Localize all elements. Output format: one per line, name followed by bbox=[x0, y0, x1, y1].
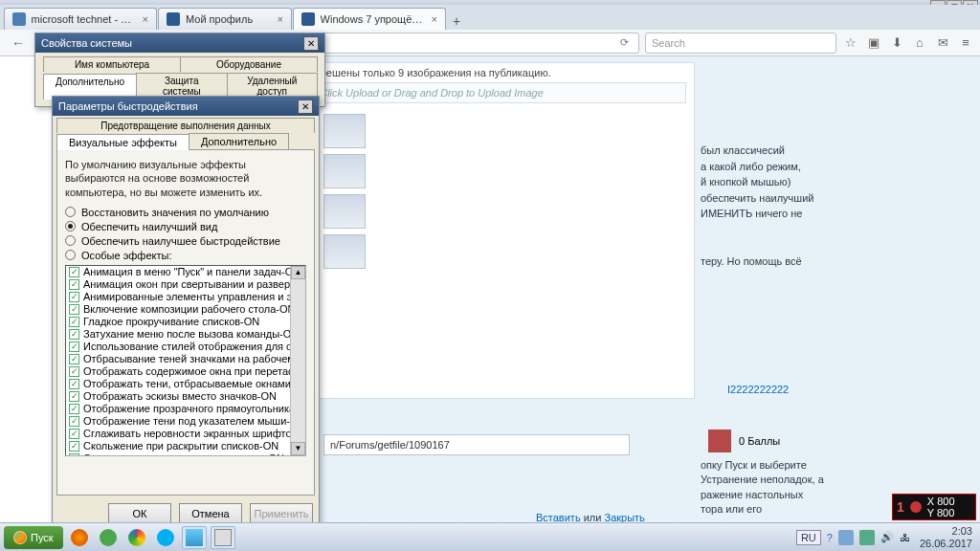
search-box[interactable]: Search bbox=[645, 33, 836, 54]
browser-tab[interactable]: Мой профиль × bbox=[158, 8, 292, 30]
effect-item[interactable]: Использование стилей отображения для око… bbox=[66, 341, 290, 353]
perf-description: По умолчанию визуальные эффекты выбирают… bbox=[65, 158, 306, 199]
start-button[interactable]: Пуск bbox=[4, 526, 63, 549]
screen-coordinates-overlay: 1 X 800 Y 800 bbox=[892, 494, 976, 520]
cancel-button[interactable]: Отмена bbox=[179, 503, 242, 524]
taskbar-app[interactable] bbox=[211, 526, 235, 549]
user-signature-link[interactable]: I2222222222 bbox=[727, 384, 789, 395]
downloads-icon[interactable]: ⬇ bbox=[888, 34, 905, 52]
ok-button[interactable]: ОК bbox=[108, 503, 171, 524]
effect-item[interactable]: Анимация в меню "Пуск" и панели задач-ON bbox=[66, 266, 290, 278]
checkbox-icon bbox=[69, 329, 79, 340]
effect-item[interactable]: Анимированные элементы управления и элем… bbox=[66, 291, 290, 303]
effect-item[interactable]: Затухание меню после вызова команды-ON bbox=[66, 328, 290, 341]
effect-item[interactable]: Сглаживать неровности экранных шрифтов-O… bbox=[66, 428, 290, 440]
tab-remote[interactable]: Удаленный доступ bbox=[227, 73, 319, 99]
quicklaunch-utorrent[interactable] bbox=[96, 526, 121, 549]
menu-icon[interactable]: ≡ bbox=[957, 34, 974, 52]
post-body-fragment: был классичесий а какой либо режим, й кн… bbox=[701, 143, 825, 269]
tab-title: Мой профиль bbox=[186, 13, 253, 25]
home-icon[interactable]: ⌂ bbox=[911, 34, 928, 52]
thumbnail-image[interactable] bbox=[323, 154, 366, 188]
tab-title: Windows 7 упрощённый реж… bbox=[321, 13, 426, 25]
checkbox-icon bbox=[69, 292, 79, 302]
effect-item[interactable]: Скольжение при раскрытии списков-ON bbox=[66, 440, 290, 452]
checkbox-icon bbox=[69, 354, 79, 364]
taskbar: Пуск RU ? 🔊 🖧 2:03 26.06.2017 bbox=[0, 522, 980, 551]
checkbox-icon bbox=[69, 404, 79, 414]
search-placeholder: Search bbox=[652, 37, 685, 49]
mail-icon[interactable]: ✉ bbox=[934, 34, 951, 52]
dialog-close-button[interactable]: ✕ bbox=[303, 36, 319, 51]
effect-item[interactable]: Анимация окон при свертывании и разверты… bbox=[66, 278, 290, 291]
browser-tabstrip: microsoft technet - Поиск в G… × Мой про… bbox=[0, 5, 980, 30]
tray-network-icon[interactable]: 🖧 bbox=[900, 532, 910, 543]
tray-volume-icon[interactable]: 🔊 bbox=[880, 531, 894, 543]
dialog-close-button[interactable]: ✕ bbox=[298, 99, 313, 114]
tray-icon[interactable] bbox=[838, 530, 854, 545]
tab-computer-name[interactable]: Имя компьютера bbox=[43, 56, 181, 72]
favicon-icon bbox=[12, 12, 26, 26]
performance-options-dialog: Параметры быстродействия ✕ Предотвращени… bbox=[52, 96, 320, 533]
checkbox-icon bbox=[69, 317, 79, 327]
tab-dep[interactable]: Предотвращение выполнения данных bbox=[56, 118, 315, 133]
checkbox-icon bbox=[69, 391, 79, 402]
radio-option[interactable]: Обеспечить наилучший вид bbox=[65, 221, 306, 232]
effect-item[interactable]: Отображать тени, отбрасываемые окнами-ON bbox=[66, 378, 290, 390]
browser-tab[interactable]: Windows 7 упрощённый реж… × bbox=[293, 8, 446, 30]
file-url-input[interactable]: n/Forums/getfile/1090167 bbox=[323, 434, 630, 455]
radio-option[interactable]: Особые эффекты: bbox=[65, 250, 306, 261]
scrollbar[interactable]: ▲ ▼ bbox=[290, 266, 305, 455]
quicklaunch-chrome[interactable] bbox=[124, 526, 149, 549]
quicklaunch-explorer[interactable] bbox=[182, 526, 207, 549]
tray-help-icon[interactable]: ? bbox=[827, 532, 833, 543]
radio-option[interactable]: Обеспечить наилучшее быстродействие bbox=[65, 235, 306, 247]
language-indicator[interactable]: RU bbox=[796, 530, 821, 545]
effect-item[interactable]: Отбрасывание теней значками на рабочем с… bbox=[66, 353, 290, 365]
reload-icon[interactable]: ⟳ bbox=[615, 36, 633, 49]
effect-item[interactable]: Гладкое прокручивание списков-ON bbox=[66, 316, 290, 328]
overlay-digit: 1 bbox=[897, 499, 904, 515]
thumbnail-image[interactable] bbox=[323, 114, 366, 148]
checkbox-icon bbox=[69, 453, 79, 456]
effects-list[interactable]: Анимация в меню "Пуск" и панели задач-ON… bbox=[65, 265, 306, 456]
tab-advanced-perf[interactable]: Дополнительно bbox=[189, 133, 289, 149]
effect-item[interactable]: Включение композиции рабочего стола-ON bbox=[66, 303, 290, 316]
close-icon[interactable]: × bbox=[432, 13, 437, 25]
new-tab-button[interactable]: + bbox=[447, 12, 466, 30]
checkbox-icon bbox=[69, 342, 79, 352]
radio-option[interactable]: Восстановить значения по умолчанию bbox=[65, 207, 306, 218]
back-button[interactable]: ← bbox=[6, 33, 31, 54]
browser-tab[interactable]: microsoft technet - Поиск в G… × bbox=[4, 8, 157, 30]
bookmark-icon[interactable]: ☆ bbox=[842, 34, 859, 52]
help-text-fragment: опку Пуск и выберите Устранение неполадо… bbox=[701, 458, 854, 518]
scroll-up-icon[interactable]: ▲ bbox=[291, 266, 305, 279]
thumbnail-image[interactable] bbox=[323, 194, 366, 229]
radio-icon bbox=[65, 221, 76, 231]
pocket-icon[interactable]: ▣ bbox=[865, 34, 882, 52]
avatar-icon bbox=[708, 430, 731, 452]
checkbox-icon bbox=[69, 379, 79, 389]
effect-item[interactable]: Сохранить вид эскизов панели задач-ON bbox=[66, 452, 290, 456]
effect-item[interactable]: Отображение тени под указателем мыши-ON bbox=[66, 415, 290, 428]
effect-item[interactable]: Отображать содержимое окна при перетаски… bbox=[66, 365, 290, 378]
tab-system-protection[interactable]: Защита системы bbox=[136, 73, 228, 99]
tray-icon[interactable] bbox=[859, 530, 875, 545]
start-orb-icon bbox=[13, 531, 27, 544]
clock[interactable]: 2:03 26.06.2017 bbox=[916, 525, 976, 548]
quicklaunch-firefox[interactable] bbox=[67, 526, 92, 549]
tab-visual-effects[interactable]: Визуальные эффекты bbox=[56, 134, 189, 150]
scroll-down-icon[interactable]: ▼ bbox=[291, 442, 305, 455]
close-icon[interactable]: × bbox=[278, 13, 283, 25]
effect-item[interactable]: Отображать эскизы вместо значков-ON bbox=[66, 390, 290, 403]
radio-icon bbox=[65, 250, 76, 260]
quicklaunch-skype[interactable] bbox=[153, 526, 178, 549]
tab-hardware[interactable]: Оборудование bbox=[180, 56, 318, 72]
effect-item[interactable]: Отображение прозрачного прямоугольника в… bbox=[66, 403, 290, 415]
points-label: 0 Баллы bbox=[739, 435, 780, 447]
close-icon[interactable]: × bbox=[143, 13, 148, 25]
dialog-title: Параметры быстродействия bbox=[58, 100, 198, 112]
svg-point-0 bbox=[910, 501, 922, 513]
thumbnail-image[interactable] bbox=[323, 234, 366, 269]
apply-button: Применить bbox=[250, 503, 313, 524]
